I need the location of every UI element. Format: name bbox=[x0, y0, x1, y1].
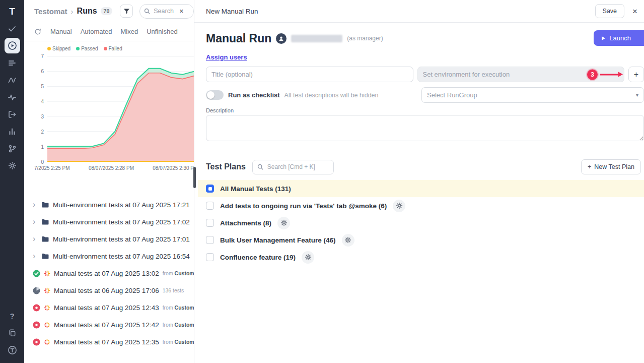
run-title: Multi-environment tests at 07 Aug 2025 1… bbox=[53, 253, 190, 260]
plan-label: Bulk User Management Feature (46) bbox=[220, 236, 336, 244]
nav-runs-icon[interactable] bbox=[5, 38, 20, 53]
folder-icon bbox=[41, 218, 49, 225]
y-tick: 1 bbox=[41, 144, 44, 150]
search-icon bbox=[144, 8, 150, 14]
page-title: Manual Run bbox=[206, 32, 271, 45]
run-row[interactable]: Manual tests at 07 Aug 2025 12:42from Cu… bbox=[24, 316, 194, 333]
runs-chart-svg bbox=[47, 56, 194, 162]
account-logo-icon[interactable] bbox=[5, 342, 20, 358]
chevron-right-icon[interactable]: › bbox=[33, 201, 38, 209]
plan-settings-button[interactable] bbox=[277, 217, 290, 229]
run-title: Manual tests at 07 Aug 2025 12:42 bbox=[54, 321, 159, 329]
run-row[interactable]: Manual tests at 07 Aug 2025 12:35from Cu… bbox=[24, 333, 194, 350]
description-label: Description bbox=[206, 107, 644, 113]
environment-input[interactable] bbox=[417, 67, 625, 82]
play-icon bbox=[602, 36, 605, 40]
rungroup-select[interactable]: Select RunGroup ▾ bbox=[421, 87, 644, 103]
test-plans-search-input[interactable] bbox=[266, 163, 325, 171]
plan-checkbox[interactable] bbox=[206, 219, 214, 227]
nav-tests-icon[interactable] bbox=[5, 21, 20, 36]
filter-button[interactable] bbox=[120, 5, 133, 18]
folder-icon bbox=[41, 201, 49, 208]
chevron-right-icon[interactable]: › bbox=[33, 235, 38, 243]
plan-checkbox[interactable] bbox=[206, 202, 214, 210]
nav-plans-icon[interactable] bbox=[5, 55, 20, 71]
docs-icon[interactable] bbox=[5, 325, 20, 341]
run-title-input[interactable] bbox=[206, 67, 413, 82]
nav-rail: T ? bbox=[0, 0, 24, 363]
run-row[interactable]: Manual tests at 06 Aug 2025 17:06136 tes… bbox=[24, 282, 194, 299]
chevron-right-icon[interactable]: › bbox=[33, 252, 38, 260]
run-row[interactable]: Manual tests at 07 Aug 2025 13:02from Cu… bbox=[24, 265, 194, 282]
manual-test-icon bbox=[44, 287, 50, 294]
assign-users-link[interactable]: Assign users bbox=[206, 53, 247, 61]
tab-unfinished[interactable]: Unfinished bbox=[147, 28, 177, 35]
run-meta: from Custom bbox=[163, 305, 194, 311]
tab-automated[interactable]: Automated bbox=[81, 28, 112, 35]
refresh-icon[interactable] bbox=[34, 28, 41, 35]
nav-reports-icon[interactable] bbox=[5, 124, 20, 139]
test-plan-row[interactable]: Confluence feature (19) bbox=[198, 249, 644, 266]
chart-legend: SkippedPassedFailed bbox=[24, 41, 194, 51]
chevron-right-icon[interactable]: › bbox=[33, 218, 38, 226]
tab-mixed[interactable]: Mixed bbox=[121, 28, 138, 35]
new-test-plan-button[interactable]: + New Test Plan bbox=[581, 159, 641, 174]
run-row[interactable]: Manual tests at 07 Aug 2025 12:43from Cu… bbox=[24, 299, 194, 316]
x-tick: 08/07/2025 2:28 PM bbox=[89, 165, 134, 171]
plan-settings-button[interactable] bbox=[342, 234, 354, 247]
gear-icon bbox=[396, 202, 403, 209]
status-in_progress-icon bbox=[33, 287, 40, 294]
run-row[interactable]: ›Multi-environment tests at 07 Aug 2025 … bbox=[24, 230, 194, 248]
nav-import-icon[interactable] bbox=[5, 106, 20, 122]
nav-settings-icon[interactable] bbox=[5, 158, 20, 173]
nav-branches-icon[interactable] bbox=[5, 141, 20, 156]
run-row[interactable]: ›Multi-environment tests at 07 Aug 2025 … bbox=[24, 248, 194, 265]
plan-checkbox[interactable] bbox=[206, 185, 214, 193]
add-environment-button[interactable]: + bbox=[628, 67, 644, 82]
tab-manual[interactable]: Manual bbox=[50, 28, 72, 35]
clear-search-button[interactable]: × bbox=[179, 8, 183, 15]
run-row[interactable]: ›Multi-environment tests at 07 Aug 2025 … bbox=[24, 213, 194, 230]
x-tick: 7/2025 2:25 PM bbox=[34, 165, 70, 171]
run-meta: from Custom bbox=[163, 322, 194, 328]
description-textarea[interactable] bbox=[206, 115, 644, 141]
nav-analytics-icon[interactable] bbox=[5, 72, 20, 88]
plan-checkbox[interactable] bbox=[206, 236, 214, 244]
status-failed-icon bbox=[33, 304, 40, 312]
plan-checkbox[interactable] bbox=[206, 253, 214, 261]
runs-tabs: ManualAutomatedMixedUnfinished bbox=[24, 22, 194, 41]
search-icon bbox=[257, 164, 263, 170]
run-as-checklist-toggle[interactable] bbox=[206, 90, 224, 100]
runs-panel-header: Testomat › Runs 70 × bbox=[24, 0, 194, 22]
run-title: Manual tests at 06 Aug 2025 17:06 bbox=[54, 287, 159, 294]
runs-chart: 01234567 bbox=[24, 56, 194, 162]
test-plan-row[interactable]: Add tests to ongoing run via 'Tests' tab… bbox=[198, 197, 644, 214]
chevron-down-icon: ▾ bbox=[636, 92, 638, 98]
checkbox-mark-icon bbox=[208, 187, 212, 191]
test-plans-search bbox=[252, 160, 334, 174]
app-logo[interactable]: T bbox=[9, 4, 15, 19]
run-title: Manual tests at 07 Aug 2025 13:02 bbox=[54, 270, 159, 277]
runs-search-input[interactable] bbox=[153, 7, 177, 15]
save-button[interactable]: Save bbox=[595, 4, 625, 18]
panel-title: New Manual Run bbox=[206, 8, 258, 15]
runs-list: ›Multi-environment tests at 07 Aug 2025 … bbox=[24, 196, 194, 350]
status-failed-icon bbox=[33, 338, 40, 346]
scrollbar-thumb[interactable] bbox=[193, 167, 196, 188]
run-title: Manual tests at 07 Aug 2025 12:35 bbox=[54, 338, 159, 346]
test-plan-row[interactable]: Bulk User Management Feature (46) bbox=[198, 231, 644, 249]
test-plan-row[interactable]: Attachments (8) bbox=[198, 214, 644, 231]
nav-pulse-icon[interactable] bbox=[5, 89, 20, 105]
help-icon[interactable]: ? bbox=[5, 308, 20, 324]
test-plan-row[interactable]: All Manual Tests (131) bbox=[198, 180, 644, 197]
plan-settings-button[interactable] bbox=[393, 200, 405, 212]
y-tick: 2 bbox=[41, 129, 44, 135]
run-row[interactable]: ›Multi-environment tests at 07 Aug 2025 … bbox=[24, 196, 194, 213]
launch-button[interactable]: Launch bbox=[594, 30, 644, 46]
funnel-icon bbox=[123, 8, 130, 15]
run-title: Manual tests at 07 Aug 2025 12:43 bbox=[54, 304, 159, 312]
chart-x-axis: 7/2025 2:25 PM 08/07/2025 2:28 PM 08/07/… bbox=[24, 162, 194, 171]
plan-settings-button[interactable] bbox=[302, 251, 314, 264]
breadcrumb-project[interactable]: Testomat bbox=[34, 7, 67, 16]
close-icon[interactable]: × bbox=[632, 7, 637, 16]
